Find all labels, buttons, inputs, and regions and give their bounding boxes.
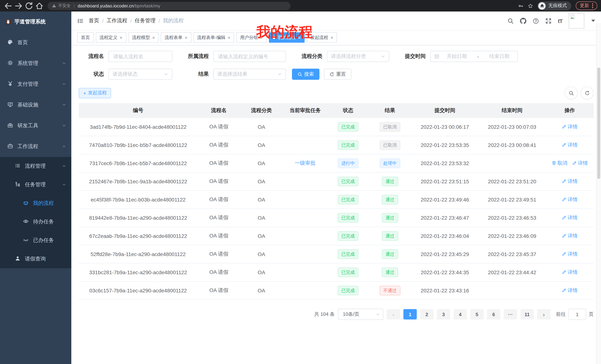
tab-label: 首页	[81, 34, 90, 41]
process-name-input[interactable]	[109, 51, 172, 62]
sidebar-item-任务管理[interactable]: 任务管理	[0, 175, 71, 194]
cell-result: 已取消	[369, 136, 411, 154]
process-table: 编号流程名流程分类当前审批任务状态结果提交时间结束时间操作 3ad174fb-7…	[79, 103, 594, 300]
tab-流程定义[interactable]: 流程定义×	[96, 32, 126, 43]
sidebar-item-流程管理[interactable]: 流程管理	[0, 157, 71, 175]
page-button-3[interactable]: 3	[437, 309, 450, 319]
cell-process-id: 7317cec6-7b9b-11ec-b5b7-acde48001122	[79, 154, 198, 172]
detail-action-link[interactable]: 详情	[562, 124, 578, 130]
detail-action-link[interactable]: 详情	[562, 214, 578, 221]
search-icon[interactable]	[507, 18, 514, 24]
process-category-select[interactable]: 请选择流程分类	[327, 51, 389, 62]
sidebar-item-首页[interactable]: 首页	[0, 32, 71, 53]
detail-action-link[interactable]: 详情	[562, 178, 578, 185]
breadcrumb-item-首页[interactable]: 首页	[89, 18, 99, 24]
detail-action-link[interactable]: 详情	[572, 160, 588, 167]
page-button-6[interactable]: 6	[487, 309, 500, 319]
browser-home-icon[interactable]	[35, 1, 44, 10]
github-icon[interactable]	[520, 18, 526, 24]
goto-page-input[interactable]	[568, 309, 586, 320]
cell-result: 通过	[369, 227, 411, 245]
window-scrollbar	[596, 23, 601, 364]
detail-action-link[interactable]: 详情	[562, 287, 578, 294]
sidebar-item-我的流程[interactable]: 我的流程	[0, 194, 71, 213]
breadcrumb-item-工作流程[interactable]: 工作流程	[107, 18, 127, 24]
page-button-1[interactable]: 1	[403, 309, 417, 319]
font-size-icon[interactable]: tT	[558, 18, 562, 24]
fullscreen-icon[interactable]	[545, 18, 551, 24]
incognito-badge[interactable]: 无痕模式	[538, 1, 571, 10]
tab-close-icon[interactable]: ×	[120, 35, 122, 40]
page-size-select[interactable]: 10条/页	[338, 309, 383, 320]
chevron-down-icon	[62, 103, 66, 107]
sidebar-item-系统管理[interactable]: 系统管理	[0, 53, 71, 74]
tab-close-icon[interactable]: ×	[260, 35, 263, 40]
sidebar-item-待办任务[interactable]: 待办任务	[0, 213, 71, 231]
tab-close-icon[interactable]: ×	[298, 35, 301, 40]
tab-close-icon[interactable]: ×	[228, 35, 230, 40]
browser-back-icon[interactable]	[4, 1, 13, 10]
cell-result: 通过	[369, 263, 411, 281]
process-definition-input[interactable]	[213, 51, 286, 62]
avatar[interactable]	[569, 13, 584, 29]
browser-reload-icon[interactable]	[25, 1, 33, 10]
browser-forward-icon[interactable]	[14, 1, 23, 10]
tab-流程表单-编辑[interactable]: 流程表单-编辑×	[193, 32, 234, 43]
cancel-action-link[interactable]: 取消	[551, 160, 567, 167]
page-button-5[interactable]: 5	[470, 309, 484, 319]
show-search-toggle-button[interactable]	[565, 86, 578, 99]
app-logo[interactable]: 芋道管理系统	[0, 11, 71, 32]
cell-process-name: OA 请假	[198, 227, 240, 245]
tab-我的流程[interactable]: 我的流程×	[269, 32, 304, 43]
address-bar[interactable]: 不安全 | dashboard.yudao.iocoder.cn/bpm/tas…	[48, 2, 290, 10]
scrollbar-thumb[interactable]	[597, 67, 600, 179]
status-select[interactable]: 请选择状态	[109, 69, 172, 80]
cell-status: 已完成	[328, 281, 369, 300]
tab-label: 流程表单	[165, 34, 182, 41]
cell-end-time	[478, 154, 546, 172]
sidebar-fold-icon[interactable]	[77, 18, 84, 24]
page-button-2[interactable]: 2	[420, 309, 433, 319]
detail-action-link[interactable]: 详情	[562, 142, 578, 148]
tab-close-icon[interactable]: ×	[331, 35, 333, 40]
table-toolbar: + 发起流程	[79, 86, 594, 99]
detail-action-link[interactable]: 详情	[562, 233, 578, 239]
help-icon[interactable]	[533, 18, 539, 24]
cell-current-task[interactable]: 一级审批	[283, 154, 327, 172]
breadcrumb-item-任务管理[interactable]: 任务管理	[135, 18, 156, 24]
tab-首页[interactable]: 首页	[77, 32, 94, 43]
result-select[interactable]: 请选择流结果	[213, 69, 286, 80]
tab-用户分组[interactable]: 用户分组×	[236, 32, 267, 43]
browser-update-button[interactable]: 更新	[576, 1, 597, 10]
sidebar-item-基础设施[interactable]: 基础设施	[0, 95, 71, 115]
reset-button[interactable]: 重置	[324, 69, 351, 80]
sidebar-item-支付管理[interactable]: 支付管理	[0, 74, 71, 95]
sidebar-item-研发工具[interactable]: 研发工具	[0, 115, 71, 136]
sidebar-item-请假查询[interactable]: 请假查询	[0, 250, 71, 268]
refresh-table-button[interactable]	[581, 86, 594, 99]
page-button-4[interactable]: 4	[453, 309, 467, 319]
sidebar-item-工作流程[interactable]: 工作流程	[0, 136, 71, 157]
page-button-11[interactable]: 11	[521, 309, 534, 319]
bookmark-star-icon[interactable]	[528, 3, 533, 8]
sidebar-item-已办任务[interactable]: 已办任务	[0, 231, 71, 250]
browser-menu-icon[interactable]	[592, 3, 593, 8]
detail-action-link[interactable]: 详情	[562, 269, 578, 276]
current-task-link[interactable]: 一级审批	[295, 160, 316, 167]
tab-流程模型[interactable]: 流程模型×	[128, 32, 159, 43]
tab-close-icon[interactable]: ×	[152, 35, 155, 40]
tab-流程表单[interactable]: 流程表单×	[161, 32, 191, 43]
submit-time-range-picker[interactable]: 开始日期 - 结束日期	[430, 51, 518, 62]
detail-action-link[interactable]: 详情	[562, 251, 578, 258]
tab-close-icon[interactable]: ×	[185, 35, 187, 40]
create-process-button[interactable]: + 发起流程	[79, 88, 111, 98]
cell-actions: 详情	[546, 136, 594, 154]
prev-page-button[interactable]: ‹	[387, 309, 400, 319]
search-button[interactable]: 搜索	[292, 69, 320, 80]
key-icon[interactable]	[518, 3, 523, 8]
avatar-dropdown-icon[interactable]	[591, 20, 595, 22]
detail-action-link[interactable]: 详情	[562, 196, 578, 203]
pagination-ellipsis[interactable]: ···	[504, 309, 517, 319]
next-page-button[interactable]: ›	[537, 309, 551, 319]
tab-发起流程[interactable]: 发起流程×	[307, 32, 337, 43]
